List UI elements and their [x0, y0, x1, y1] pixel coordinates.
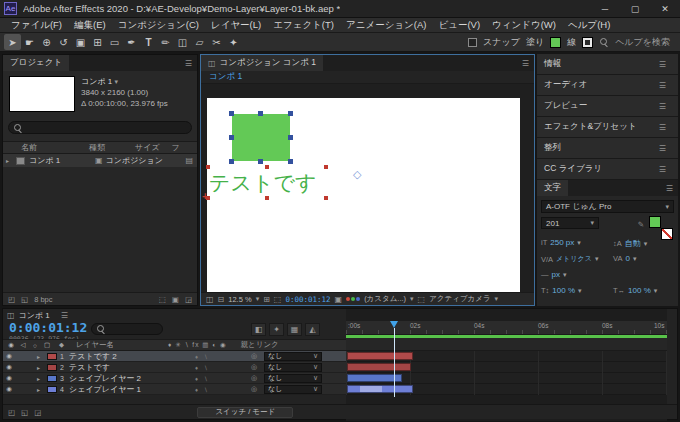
tab-character[interactable]: 文字 — [537, 180, 568, 196]
column-extra[interactable]: フ — [172, 142, 180, 153]
vertical-scale-value[interactable]: 100 % — [552, 286, 575, 295]
menu-help[interactable]: ヘルプ(H) — [563, 19, 615, 32]
fill-swatch[interactable] — [550, 37, 561, 48]
layer-row-1[interactable]: ◉ ▸ 1 テストです 2 ♦ ∖ ◎ なし∨ — [3, 351, 346, 362]
vertical-scale-control[interactable]: T↕ 100 % ▾ — [541, 286, 582, 295]
leading-control[interactable]: ↕A 自動 ▾ — [613, 238, 647, 249]
layer-name[interactable]: シェイプレイヤー 2 — [69, 373, 195, 384]
snap-checkbox[interactable] — [468, 38, 477, 47]
twirl-icon[interactable]: ▸ — [37, 375, 47, 382]
eye-icon[interactable]: ◉ — [3, 385, 15, 393]
parent-value[interactable]: なし — [268, 351, 282, 361]
column-name[interactable]: 名前 — [21, 142, 37, 153]
comp-mini-flowchart-icon[interactable]: ◧ — [251, 323, 266, 336]
parent-value[interactable]: なし — [268, 362, 282, 372]
position-diamond-icon[interactable]: ◇ — [353, 168, 361, 181]
project-search-field[interactable] — [8, 121, 192, 134]
twirl-icon[interactable]: ▸ — [37, 353, 47, 360]
expand-layer-switches-icon[interactable]: ◰ — [8, 408, 15, 417]
footer-icon-a[interactable]: ◰ — [8, 295, 15, 304]
shape-tool[interactable]: ▭ — [106, 34, 123, 50]
active-camera-select[interactable]: アクティブカメラ — [429, 294, 490, 304]
layer-bar-2[interactable] — [347, 363, 411, 371]
stroke-unit-value[interactable]: px — [552, 270, 560, 279]
video-column-icon[interactable]: ◉ — [5, 341, 17, 349]
leading-caret-icon[interactable]: ▾ — [644, 240, 648, 248]
pickwhip-icon[interactable]: ◎ — [251, 385, 264, 393]
expand-transfer-controls-icon[interactable]: ◱ — [21, 408, 28, 417]
panel-menu-icon[interactable]: ☰ — [517, 59, 534, 68]
tab-composition[interactable]: ◫ コンポジション コンポ 1 — [201, 55, 323, 71]
shape-layer-rect[interactable] — [232, 114, 290, 161]
menu-layer[interactable]: レイヤー(L) — [206, 19, 266, 32]
horizontal-scale-caret-icon[interactable]: ▾ — [654, 287, 658, 295]
selection-handle[interactable] — [265, 165, 269, 169]
kerning-control[interactable]: V/A メトリクス ▾ — [541, 254, 598, 264]
font-size-control[interactable]: iT 250 px ▾ — [541, 238, 581, 247]
camera-caret-icon[interactable]: ▾ — [495, 295, 499, 303]
horizontal-scale-control[interactable]: T↔ 100 % ▾ — [613, 286, 657, 295]
layer-row-3[interactable]: ◉ ▸ 3 シェイプレイヤー 2 ♦ ∖ ◎ なし∨ — [3, 373, 346, 384]
kerning-value[interactable]: メトリクス — [556, 254, 592, 264]
label-column-icon[interactable]: ◆ — [59, 341, 64, 349]
panel-menu-icon[interactable]: ☰ — [180, 59, 197, 68]
parent-link-header[interactable]: 親とリンク — [241, 340, 279, 350]
stroke-color-swatch[interactable] — [661, 228, 673, 240]
label-chip[interactable] — [47, 364, 57, 371]
trash-icon[interactable]: ◲ — [185, 295, 192, 304]
audio-column-icon[interactable]: ◁ — [17, 341, 29, 349]
eye-icon[interactable]: ◉ — [3, 374, 15, 382]
panel-menu-icon[interactable]: ☰ — [654, 81, 671, 90]
leading-value[interactable]: 自動 — [625, 238, 641, 249]
timeline-search-field[interactable] — [91, 323, 163, 335]
selection-handle[interactable] — [265, 196, 269, 200]
panel-menu-icon[interactable]: ☰ — [654, 123, 671, 132]
layer-switches[interactable]: ♦ ∖ — [195, 353, 251, 360]
stroke-swatch[interactable] — [582, 37, 593, 48]
panel-tab-audio[interactable]: オーディオ ☰ — [537, 75, 678, 96]
roi-icon[interactable]: ⬚ — [418, 295, 426, 304]
tracking-caret-icon[interactable]: ▾ — [633, 255, 637, 263]
menu-view[interactable]: ビュー(V) — [433, 19, 485, 32]
canvas-text[interactable]: テストです — [209, 168, 325, 197]
layer-row-4[interactable]: ◉ ▸ 4 シェイプレイヤー 1 ♦ ∖ ◎ なし∨ — [3, 384, 346, 395]
panel-menu-icon[interactable]: ☰ — [654, 102, 671, 111]
selection-handle[interactable] — [258, 111, 263, 116]
panel-menu-icon[interactable]: ☰ — [56, 311, 73, 320]
layer-switches[interactable]: ♦ ∖ — [195, 375, 251, 382]
panel-menu-icon[interactable]: ☰ — [654, 144, 671, 153]
snapshot-icon[interactable]: ▣ — [335, 295, 343, 304]
parent-value[interactable]: なし — [268, 373, 282, 383]
tab-project[interactable]: プロジェクト — [3, 55, 69, 71]
close-button[interactable]: ✕ — [650, 0, 680, 17]
puppet-pin-tool[interactable]: ✦ — [225, 34, 242, 50]
font-size-value[interactable]: 250 px — [550, 238, 574, 247]
panel-tab-effects-presets[interactable]: エフェクト&プリセット ☰ — [537, 117, 678, 138]
type-tool[interactable]: T — [140, 34, 157, 50]
label-chip[interactable] — [16, 157, 25, 165]
selection-handle[interactable] — [324, 196, 328, 200]
footer-icon-b[interactable]: ◱ — [21, 295, 28, 304]
menu-edit[interactable]: 編集(E) — [69, 19, 111, 32]
comp-info-caret-icon[interactable]: ▾ — [114, 78, 118, 85]
menu-effect[interactable]: エフェクト(T) — [268, 19, 339, 32]
font-size-caret-icon[interactable]: ▾ — [577, 239, 581, 247]
minimize-button[interactable]: ─ — [590, 0, 620, 17]
resolution-caret-icon[interactable]: ▾ — [410, 295, 414, 303]
grid-guides-icon[interactable]: ⊞ — [263, 295, 270, 304]
label-chip[interactable] — [47, 386, 57, 393]
zoom-tool[interactable]: ⊕ — [38, 34, 55, 50]
zoom-caret-icon[interactable]: ▾ — [256, 295, 260, 303]
eraser-tool[interactable]: ▱ — [191, 34, 208, 50]
layer-name[interactable]: テストです 2 — [69, 351, 195, 362]
font-style-select[interactable]: 201 ▾ — [541, 217, 599, 229]
comp-info-name[interactable]: コンポ 1 — [81, 77, 112, 86]
panel-menu-icon[interactable]: ☰ — [661, 184, 678, 193]
twirl-icon[interactable]: ▸ — [6, 157, 16, 164]
panel-tab-align[interactable]: 整列 ☰ — [537, 138, 678, 159]
stroke-unit-control[interactable]: — px ▾ — [541, 270, 566, 279]
roto-brush-tool[interactable]: ✂ — [208, 34, 225, 50]
menu-file[interactable]: ファイル(F) — [6, 19, 67, 32]
parent-value[interactable]: なし — [268, 384, 282, 394]
new-comp-icon[interactable]: ▣ — [172, 295, 179, 304]
